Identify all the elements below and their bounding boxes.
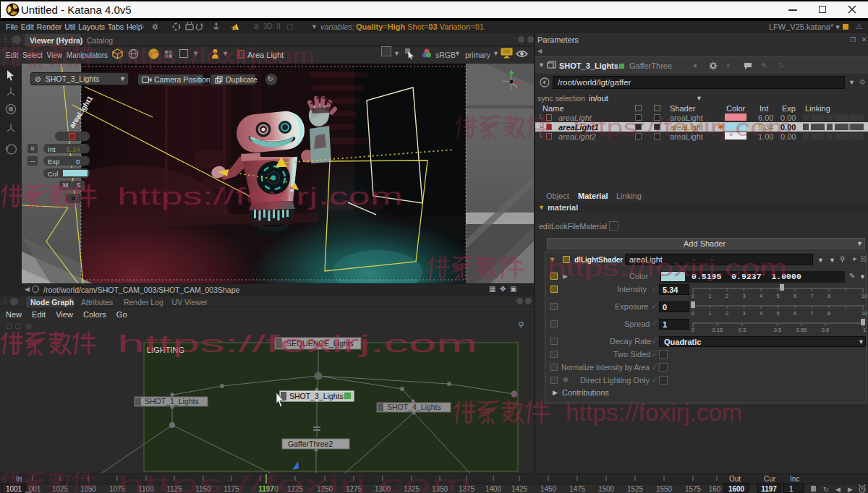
svg-text:1300: 1300 xyxy=(375,485,391,493)
svg-text:1400: 1400 xyxy=(485,485,502,493)
svg-text:Out: Out xyxy=(729,475,741,483)
svg-text:1: 1 xyxy=(708,293,711,299)
svg-text:0.8: 0.8 xyxy=(822,327,829,333)
svg-text:10: 10 xyxy=(861,293,867,299)
svg-text:3: 3 xyxy=(742,310,745,317)
svg-text:160: 160 xyxy=(709,485,721,493)
svg-text:1525: 1525 xyxy=(627,485,644,493)
svg-text:SHOT_1_Lights: SHOT_1_Lights xyxy=(145,397,199,406)
svg-text:6: 6 xyxy=(793,293,796,299)
svg-text:10: 10 xyxy=(861,310,867,317)
svg-text:1: 1 xyxy=(863,327,866,333)
svg-text:4: 4 xyxy=(760,293,762,299)
svg-text:0: 0 xyxy=(692,310,694,317)
svg-text:Cur: Cur xyxy=(764,475,776,483)
svg-text:4: 4 xyxy=(760,310,762,317)
svg-text:5: 5 xyxy=(776,310,779,317)
svg-text:0.65: 0.65 xyxy=(796,327,807,333)
svg-text:1: 1 xyxy=(789,485,793,493)
svg-text:1275: 1275 xyxy=(346,485,362,493)
svg-text:0.3: 0.3 xyxy=(739,327,746,333)
svg-text:GafferThree2: GafferThree2 xyxy=(288,440,333,448)
svg-text:Inc: Inc xyxy=(790,475,799,483)
svg-text:1475: 1475 xyxy=(569,485,586,493)
svg-text:1: 1 xyxy=(708,310,711,317)
svg-text:0: 0 xyxy=(692,293,694,299)
svg-text:0.15: 0.15 xyxy=(712,327,723,333)
svg-text:1575: 1575 xyxy=(685,485,702,493)
svg-text:◀: ◀ xyxy=(835,486,841,493)
svg-text:1150: 1150 xyxy=(195,485,211,493)
svg-text:SHOT_3_Lights: SHOT_3_Lights xyxy=(289,392,344,400)
svg-text:1250: 1250 xyxy=(317,485,333,493)
svg-text:1425: 1425 xyxy=(511,485,528,493)
svg-text:1350: 1350 xyxy=(432,485,448,493)
svg-text:1325: 1325 xyxy=(404,485,420,493)
svg-text:1075: 1075 xyxy=(109,485,126,493)
svg-text:1197: 1197 xyxy=(258,485,274,493)
svg-text:0.5: 0.5 xyxy=(774,327,781,333)
svg-text:8: 8 xyxy=(827,310,830,317)
svg-text:1100: 1100 xyxy=(138,485,154,493)
svg-text:1197: 1197 xyxy=(761,485,777,493)
svg-text:7: 7 xyxy=(810,310,813,317)
svg-text:LIGHTING: LIGHTING xyxy=(147,346,184,354)
svg-text:SHOT_4_Lights: SHOT_4_Lights xyxy=(387,403,441,411)
svg-text:6: 6 xyxy=(793,310,796,317)
svg-text:SEQUENCE_Lights: SEQUENCE_Lights xyxy=(286,339,354,348)
svg-text:0: 0 xyxy=(692,327,694,333)
svg-text:1600: 1600 xyxy=(728,485,745,493)
svg-text:▶: ▶ xyxy=(848,486,853,493)
svg-text:0: 0 xyxy=(274,485,278,493)
svg-text:1175: 1175 xyxy=(224,485,239,493)
svg-text:1025: 1025 xyxy=(52,485,69,493)
svg-text:1375: 1375 xyxy=(459,485,475,493)
svg-text:8: 8 xyxy=(827,293,830,299)
svg-text:In: In xyxy=(16,475,22,483)
svg-text:1450: 1450 xyxy=(540,485,557,493)
svg-text:1550: 1550 xyxy=(656,485,673,493)
svg-text:1225: 1225 xyxy=(287,485,304,493)
svg-text:1500: 1500 xyxy=(598,485,615,493)
svg-text:1050: 1050 xyxy=(80,485,97,493)
svg-text:1001: 1001 xyxy=(6,485,22,493)
svg-text:3: 3 xyxy=(742,293,745,299)
svg-text:7: 7 xyxy=(810,293,813,299)
svg-text:2: 2 xyxy=(726,310,728,317)
svg-text:5: 5 xyxy=(776,293,779,299)
svg-text:↻: ↻ xyxy=(823,486,829,493)
svg-text:1125: 1125 xyxy=(166,485,182,493)
svg-text:2: 2 xyxy=(726,293,728,299)
